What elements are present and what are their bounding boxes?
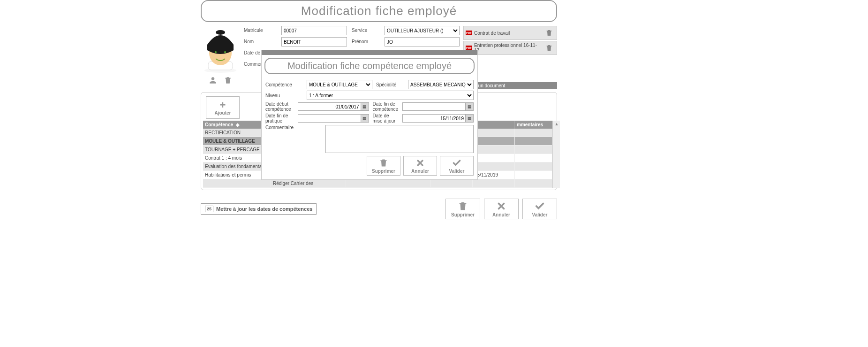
supprimer-button[interactable]: Supprimer (445, 199, 480, 219)
modal-title: Modification fiche compétence employé (264, 58, 475, 74)
annuler-label: Annuler (492, 212, 510, 217)
service-select[interactable]: OUTILLEUR AJUSTEUR () (385, 26, 460, 35)
competence-label: Compétence (265, 82, 303, 87)
pdf-icon: PDF (466, 46, 472, 50)
document-row: PDF Contrat de travail (463, 26, 557, 40)
valider-label: Valider (532, 212, 548, 217)
scroll-up-icon[interactable]: ▲ (553, 121, 560, 127)
document-delete-icon[interactable] (543, 42, 555, 54)
svg-point-4 (215, 51, 217, 53)
avatar-column (201, 26, 240, 89)
svg-point-3 (216, 30, 225, 35)
annuler-button[interactable]: Annuler (484, 199, 519, 219)
plus-icon: + (220, 100, 226, 110)
service-label: Service (352, 26, 380, 35)
table-row[interactable]: Rédiger Cahier des (203, 179, 552, 188)
col-commentaires[interactable]: mmentaires (515, 121, 552, 129)
nom-field[interactable] (281, 37, 347, 46)
svg-point-5 (224, 51, 226, 53)
modal-supprimer-label: Supprimer (372, 169, 395, 174)
documents-panel: PDF Contrat de travail PDF Entretien pro… (463, 26, 557, 89)
competence-select[interactable]: MOULE & OUTILLAGE (307, 80, 372, 89)
calendar-icon[interactable]: ▦ (361, 114, 369, 123)
date-fin-input[interactable] (402, 102, 466, 111)
supprimer-label: Supprimer (451, 212, 475, 217)
date-debut-label: Date début compétence (265, 101, 294, 112)
scrollbar[interactable]: ▲ (552, 121, 560, 188)
avatar (201, 26, 240, 73)
document-row: PDF Entretien professionnel 16-11-17 (463, 41, 557, 55)
date-maj-input[interactable] (402, 114, 466, 123)
date-debut-input[interactable] (298, 102, 361, 111)
add-competence-button[interactable]: + Ajouter (206, 96, 240, 119)
update-dates-button[interactable]: 25 Mettre à jour les dates de compétence… (201, 203, 317, 215)
matricule-label: Matricule (244, 26, 277, 35)
date-fin-pratique-input[interactable] (298, 114, 361, 123)
nom-label: Nom (244, 37, 277, 46)
date-fin-label: Date fin de compétence (373, 101, 399, 112)
update-dates-label: Mettre à jour les dates de compétences (216, 206, 312, 212)
document-name[interactable]: Entretien professionnel 16-11-17 (474, 43, 542, 53)
specialite-label: Spécialité (376, 82, 404, 87)
action-bar: 25 Mettre à jour les dates de compétence… (201, 199, 557, 219)
calendar-icon[interactable]: ▦ (465, 114, 474, 123)
commentaire-label: Commentaire (265, 125, 322, 130)
page-title: Modification fiche employé (201, 0, 557, 22)
document-delete-icon[interactable] (543, 27, 555, 39)
add-label: Ajouter (215, 110, 231, 116)
document-name[interactable]: Contrat de travail (474, 31, 542, 36)
avatar-delete-icon[interactable] (222, 75, 234, 86)
calendar-icon: 25 (205, 206, 213, 212)
matricule-field[interactable] (281, 26, 347, 35)
add-document-button[interactable]: outer un document (463, 82, 557, 89)
niveau-select[interactable]: 1 : A former (307, 91, 474, 100)
calendar-icon[interactable]: ▦ (465, 102, 474, 111)
modal-valider-button[interactable]: Valider (440, 156, 474, 176)
modal-supprimer-button[interactable]: Supprimer (367, 156, 400, 176)
modal-annuler-label: Annuler (411, 169, 429, 174)
niveau-label: Niveau (265, 93, 303, 98)
modal-drag-bar[interactable] (262, 50, 477, 55)
modal-valider-label: Valider (449, 169, 465, 174)
prenom-label: Prénom (352, 37, 380, 46)
commentaire-textarea[interactable] (325, 125, 474, 153)
specialite-select[interactable]: ASSEMBLAGE MECANIQUE (408, 80, 474, 89)
date-maj-label: Date de mise à jour (373, 113, 399, 123)
prenom-field[interactable] (385, 37, 460, 46)
modal-annuler-button[interactable]: Annuler (403, 156, 437, 176)
pdf-icon: PDF (466, 31, 472, 35)
valider-button[interactable]: Valider (522, 199, 557, 219)
col-competence[interactable]: Compétence ◈ (203, 121, 271, 129)
avatar-edit-icon[interactable] (207, 75, 219, 86)
calendar-icon[interactable]: ▦ (361, 102, 369, 111)
competence-modal: Modification fiche compétence employé Co… (262, 50, 477, 179)
date-fin-pratique-label: Date fin de pratique (265, 113, 294, 123)
